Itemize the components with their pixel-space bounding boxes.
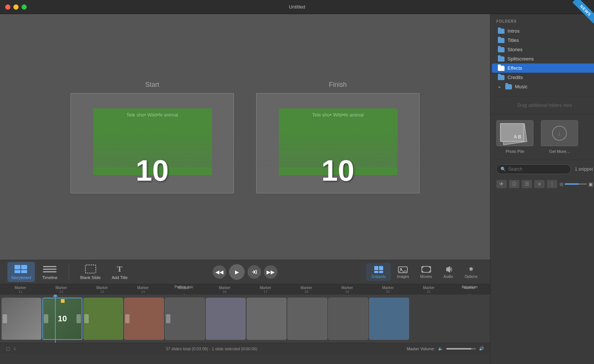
scene-number: 10 bbox=[136, 156, 169, 186]
folder-stories[interactable]: Stories bbox=[492, 45, 594, 54]
svg-rect-5 bbox=[43, 269, 56, 270]
clip-1[interactable] bbox=[1, 298, 42, 340]
add-title-button[interactable]: T Add Title bbox=[108, 262, 131, 282]
clip-2-selected[interactable]: 10 bbox=[42, 298, 82, 340]
clip-handle-left-3[interactable] bbox=[84, 314, 89, 323]
finish-frame[interactable]: Tele sho• Wild•fe animal 10 bbox=[256, 93, 420, 193]
clip-8[interactable] bbox=[287, 298, 327, 340]
get-more-item[interactable]: ↓ Get More... bbox=[541, 120, 578, 154]
folder-effects[interactable]: Effects bbox=[492, 63, 594, 73]
images-tab[interactable]: Images bbox=[392, 263, 414, 281]
marker-21: Marker 21 bbox=[408, 286, 449, 294]
share-button[interactable] bbox=[248, 265, 261, 279]
add-title-label: Add Title bbox=[112, 275, 128, 280]
folder-effects-label: Effects bbox=[507, 65, 522, 71]
folder-credits[interactable]: Credits bbox=[492, 73, 594, 82]
folder-music-icon bbox=[505, 84, 512, 89]
svg-rect-10 bbox=[379, 266, 383, 270]
info-button[interactable]: ⓘ bbox=[509, 180, 519, 188]
marker-16: Marker 16 bbox=[204, 286, 245, 294]
compact-view-button[interactable]: ⋮ bbox=[547, 180, 557, 188]
marker-petting-zoo: Marker Petting zoo 15 bbox=[163, 286, 204, 295]
rewind-button[interactable]: ◀◀ bbox=[213, 265, 226, 279]
timeline-icon bbox=[43, 264, 56, 274]
finish-number: 10 bbox=[322, 156, 355, 186]
effects-preview: C A B Photo Pile ↓ Get More... bbox=[490, 114, 594, 160]
clip-10[interactable] bbox=[369, 298, 409, 340]
window-buttons bbox=[5, 4, 27, 10]
start-frame[interactable]: Tele sho• Wild•fe animal 10 bbox=[71, 93, 234, 193]
storyboard-label: Storyboard bbox=[11, 275, 31, 280]
clip-4[interactable] bbox=[124, 298, 164, 340]
movies-tab[interactable]: Movies bbox=[415, 263, 437, 281]
folder-credits-icon bbox=[498, 75, 505, 80]
folder-credits-label: Credits bbox=[507, 75, 523, 80]
get-more-thumb: ↓ bbox=[541, 120, 578, 146]
marker-14: Marker 14 bbox=[123, 286, 163, 294]
timeline-track[interactable]: 10 bbox=[0, 295, 490, 343]
folder-intros-label: Intros bbox=[507, 28, 520, 34]
timeline-button[interactable]: Timeline bbox=[39, 262, 61, 282]
clip-3[interactable] bbox=[83, 298, 123, 340]
slide-view-icon: ▢ bbox=[6, 346, 10, 351]
search-input[interactable] bbox=[508, 167, 567, 172]
folder-splitscreens[interactable]: Splitscreens bbox=[492, 54, 594, 63]
main-layout: Start Tele sho• Wild•fe animal 10 Finish bbox=[0, 14, 594, 364]
minimize-button[interactable] bbox=[13, 4, 19, 10]
finish-watermark: Tele sho• Wild•fe animal bbox=[312, 112, 363, 118]
audio-tab[interactable]: Audio bbox=[438, 263, 459, 281]
fast-forward-button[interactable]: ▶▶ bbox=[264, 265, 277, 279]
svg-rect-13 bbox=[398, 267, 407, 273]
photo-front: A B bbox=[500, 123, 524, 142]
toolbar-sep-1 bbox=[69, 265, 69, 279]
svg-text:T: T bbox=[117, 264, 123, 273]
drag-zone: Drag additional folders here bbox=[490, 96, 594, 114]
titlebar: Untitled bbox=[0, 0, 594, 14]
audio-icon bbox=[443, 265, 454, 273]
clip-handle-left-5[interactable] bbox=[166, 314, 170, 323]
volume-high-icon: 🔊 bbox=[479, 346, 484, 351]
folder-music[interactable]: ► Music bbox=[492, 82, 594, 91]
clip-6[interactable] bbox=[206, 298, 246, 340]
folder-titles-label: Titles bbox=[507, 37, 519, 43]
maximize-button[interactable] bbox=[22, 4, 27, 10]
timeline-markers: Marker 11 Marker 12 Marker 13 Marker 14 … bbox=[0, 284, 490, 295]
audio-icon-small: ♫ bbox=[13, 346, 16, 351]
snippets-tab[interactable]: Snippets bbox=[366, 263, 391, 281]
start-scene: Tele sho• Wild•fe animal 10 bbox=[71, 94, 234, 193]
clip-5[interactable] bbox=[165, 298, 205, 340]
clip-handle-right-2[interactable] bbox=[76, 314, 81, 323]
marker-11: Marker 11 bbox=[0, 286, 41, 294]
volume-fill bbox=[446, 348, 471, 350]
add-title-icon: T bbox=[113, 264, 126, 274]
clip-handle-left-2[interactable] bbox=[44, 314, 48, 323]
options-label: Options bbox=[465, 275, 477, 279]
size-slider[interactable] bbox=[565, 183, 587, 185]
preview-area: Start Tele sho• Wild•fe animal 10 Finish bbox=[0, 14, 490, 260]
search-box[interactable]: 🔍 bbox=[496, 164, 571, 174]
images-icon bbox=[398, 265, 408, 273]
close-button[interactable] bbox=[5, 4, 10, 10]
volume-slider[interactable] bbox=[446, 348, 476, 350]
start-panel: Start Tele sho• Wild•fe animal 10 bbox=[71, 81, 234, 193]
svg-rect-6 bbox=[43, 271, 56, 272]
clip-handle-left-4[interactable] bbox=[125, 314, 130, 323]
timeline[interactable]: Marker 11 Marker 12 Marker 13 Marker 14 … bbox=[0, 284, 490, 364]
clip-handle-left-1[interactable] bbox=[3, 314, 7, 323]
folder-titles[interactable]: Titles bbox=[492, 36, 594, 45]
grid-view-button[interactable]: ☷ bbox=[522, 180, 532, 188]
photo-pile-visual: C A B bbox=[500, 123, 530, 144]
clip-7[interactable] bbox=[247, 298, 287, 340]
storyboard-button[interactable]: Storyboard bbox=[7, 262, 35, 282]
clip-9[interactable] bbox=[328, 298, 368, 340]
eye-view-button[interactable]: 👁 bbox=[496, 180, 507, 188]
blank-slide-button[interactable]: Blank Slide bbox=[76, 262, 104, 282]
download-icon: ↓ bbox=[552, 126, 567, 141]
playhead[interactable] bbox=[55, 295, 56, 343]
play-button[interactable]: ▶ bbox=[229, 264, 245, 280]
list-view-button[interactable]: ≡ bbox=[534, 180, 545, 188]
snippets-label: Snippets bbox=[371, 275, 386, 279]
photo-pile-item[interactable]: C A B Photo Pile bbox=[496, 120, 533, 154]
options-tab[interactable]: Options bbox=[460, 263, 483, 281]
finish-panel: Finish Tele sho• Wild•fe animal 10 bbox=[256, 81, 420, 193]
